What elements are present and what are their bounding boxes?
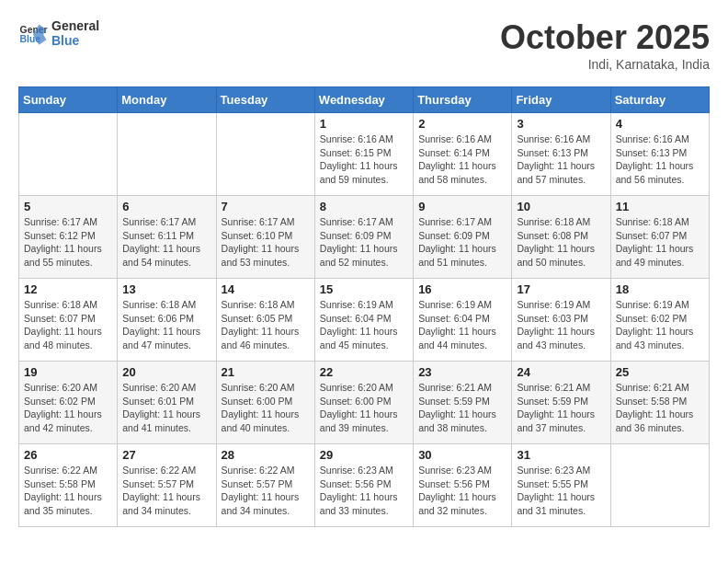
weekday-header-wednesday: Wednesday — [314, 87, 413, 113]
day-number: 4 — [616, 117, 704, 131]
day-cell: 18Sunrise: 6:19 AMSunset: 6:02 PMDayligh… — [610, 279, 709, 362]
day-info: Sunrise: 6:20 AMSunset: 6:02 PMDaylight:… — [24, 381, 112, 435]
day-cell: 30Sunrise: 6:23 AMSunset: 5:56 PMDayligh… — [414, 444, 512, 527]
weekday-header-saturday: Saturday — [610, 87, 709, 113]
calendar-table: SundayMondayTuesdayWednesdayThursdayFrid… — [18, 86, 710, 527]
day-number: 24 — [517, 365, 605, 379]
day-number: 10 — [517, 200, 605, 213]
day-number: 1 — [320, 117, 408, 131]
weekday-header-friday: Friday — [512, 87, 610, 113]
day-info: Sunrise: 6:19 AMSunset: 6:02 PMDaylight:… — [616, 298, 704, 352]
logo-general-text: General — [51, 18, 99, 33]
day-number: 14 — [222, 282, 310, 296]
day-info: Sunrise: 6:16 AMSunset: 6:13 PMDaylight:… — [517, 132, 605, 187]
day-info: Sunrise: 6:21 AMSunset: 5:59 PMDaylight:… — [517, 381, 605, 435]
day-info: Sunrise: 6:16 AMSunset: 6:13 PMDaylight:… — [616, 132, 704, 187]
day-info: Sunrise: 6:20 AMSunset: 6:00 PMDaylight:… — [320, 381, 408, 435]
day-cell: 26Sunrise: 6:22 AMSunset: 5:58 PMDayligh… — [19, 444, 118, 527]
day-number: 5 — [24, 200, 112, 213]
day-cell: 17Sunrise: 6:19 AMSunset: 6:03 PMDayligh… — [512, 279, 610, 362]
day-cell: 31Sunrise: 6:23 AMSunset: 5:55 PMDayligh… — [512, 444, 610, 527]
day-cell: 24Sunrise: 6:21 AMSunset: 5:59 PMDayligh… — [512, 362, 610, 444]
day-info: Sunrise: 6:18 AMSunset: 6:07 PMDaylight:… — [616, 215, 704, 270]
day-info: Sunrise: 6:17 AMSunset: 6:11 PMDaylight:… — [122, 215, 210, 270]
day-number: 12 — [24, 282, 112, 296]
day-number: 15 — [320, 282, 408, 296]
day-number: 16 — [418, 282, 506, 296]
day-info: Sunrise: 6:19 AMSunset: 6:04 PMDaylight:… — [320, 298, 408, 352]
page-header: General Blue General Blue October 2025 I… — [18, 18, 710, 72]
day-info: Sunrise: 6:22 AMSunset: 5:57 PMDaylight:… — [122, 464, 210, 518]
day-info: Sunrise: 6:23 AMSunset: 5:56 PMDaylight:… — [320, 464, 408, 518]
day-number: 29 — [320, 448, 408, 462]
day-cell: 21Sunrise: 6:20 AMSunset: 6:00 PMDayligh… — [216, 362, 314, 444]
day-info: Sunrise: 6:18 AMSunset: 6:06 PMDaylight:… — [122, 298, 210, 352]
day-info: Sunrise: 6:22 AMSunset: 5:57 PMDaylight:… — [222, 464, 310, 518]
week-row-5: 26Sunrise: 6:22 AMSunset: 5:58 PMDayligh… — [19, 444, 710, 527]
day-info: Sunrise: 6:21 AMSunset: 5:58 PMDaylight:… — [616, 381, 704, 435]
day-cell: 25Sunrise: 6:21 AMSunset: 5:58 PMDayligh… — [610, 362, 709, 444]
day-cell: 9Sunrise: 6:17 AMSunset: 6:09 PMDaylight… — [414, 196, 512, 279]
day-number: 26 — [24, 448, 112, 462]
day-number: 27 — [122, 448, 210, 462]
day-info: Sunrise: 6:21 AMSunset: 5:59 PMDaylight:… — [418, 381, 506, 435]
day-cell: 4Sunrise: 6:16 AMSunset: 6:13 PMDaylight… — [610, 113, 709, 196]
day-info: Sunrise: 6:17 AMSunset: 6:10 PMDaylight:… — [222, 215, 310, 270]
logo: General Blue General Blue — [18, 18, 99, 48]
day-info: Sunrise: 6:23 AMSunset: 5:55 PMDaylight:… — [517, 464, 605, 518]
day-number: 11 — [616, 200, 704, 213]
day-info: Sunrise: 6:19 AMSunset: 6:03 PMDaylight:… — [517, 298, 605, 352]
day-cell: 13Sunrise: 6:18 AMSunset: 6:06 PMDayligh… — [118, 279, 216, 362]
day-info: Sunrise: 6:23 AMSunset: 5:56 PMDaylight:… — [418, 464, 506, 518]
day-number: 31 — [517, 448, 605, 462]
day-cell: 12Sunrise: 6:18 AMSunset: 6:07 PMDayligh… — [19, 279, 118, 362]
day-info: Sunrise: 6:17 AMSunset: 6:12 PMDaylight:… — [24, 215, 112, 270]
day-number: 20 — [122, 365, 210, 379]
day-cell — [118, 113, 216, 196]
day-number: 6 — [122, 200, 210, 213]
weekday-header-sunday: Sunday — [19, 87, 118, 113]
day-cell: 5Sunrise: 6:17 AMSunset: 6:12 PMDaylight… — [19, 196, 118, 279]
day-number: 18 — [616, 282, 704, 296]
day-number: 7 — [222, 200, 310, 213]
day-info: Sunrise: 6:17 AMSunset: 6:09 PMDaylight:… — [418, 215, 506, 270]
day-info: Sunrise: 6:17 AMSunset: 6:09 PMDaylight:… — [320, 215, 408, 270]
day-cell: 19Sunrise: 6:20 AMSunset: 6:02 PMDayligh… — [19, 362, 118, 444]
week-row-4: 19Sunrise: 6:20 AMSunset: 6:02 PMDayligh… — [19, 362, 710, 444]
day-info: Sunrise: 6:19 AMSunset: 6:04 PMDaylight:… — [418, 298, 506, 352]
day-info: Sunrise: 6:18 AMSunset: 6:05 PMDaylight:… — [222, 298, 310, 352]
title-block: October 2025 Indi, Karnataka, India — [500, 18, 710, 72]
day-info: Sunrise: 6:18 AMSunset: 6:07 PMDaylight:… — [24, 298, 112, 352]
day-number: 9 — [418, 200, 506, 213]
day-cell — [19, 113, 118, 196]
day-cell: 7Sunrise: 6:17 AMSunset: 6:10 PMDaylight… — [216, 196, 314, 279]
day-cell: 16Sunrise: 6:19 AMSunset: 6:04 PMDayligh… — [414, 279, 512, 362]
day-cell: 27Sunrise: 6:22 AMSunset: 5:57 PMDayligh… — [118, 444, 216, 527]
weekday-header-monday: Monday — [118, 87, 216, 113]
location-subtitle: Indi, Karnataka, India — [500, 57, 710, 72]
day-number: 23 — [418, 365, 506, 379]
day-info: Sunrise: 6:20 AMSunset: 6:01 PMDaylight:… — [122, 381, 210, 435]
day-cell: 1Sunrise: 6:16 AMSunset: 6:15 PMDaylight… — [314, 113, 413, 196]
day-info: Sunrise: 6:16 AMSunset: 6:15 PMDaylight:… — [320, 132, 408, 187]
weekday-header-row: SundayMondayTuesdayWednesdayThursdayFrid… — [19, 87, 710, 113]
day-cell — [216, 113, 314, 196]
day-number: 30 — [418, 448, 506, 462]
day-cell: 22Sunrise: 6:20 AMSunset: 6:00 PMDayligh… — [314, 362, 413, 444]
day-info: Sunrise: 6:16 AMSunset: 6:14 PMDaylight:… — [418, 132, 506, 187]
weekday-header-tuesday: Tuesday — [216, 87, 314, 113]
day-number: 8 — [320, 200, 408, 213]
day-number: 13 — [122, 282, 210, 296]
day-cell — [610, 444, 709, 527]
day-number: 21 — [222, 365, 310, 379]
day-cell: 2Sunrise: 6:16 AMSunset: 6:14 PMDaylight… — [414, 113, 512, 196]
day-number: 2 — [418, 117, 506, 131]
day-cell: 15Sunrise: 6:19 AMSunset: 6:04 PMDayligh… — [314, 279, 413, 362]
day-number: 28 — [222, 448, 310, 462]
day-cell: 3Sunrise: 6:16 AMSunset: 6:13 PMDaylight… — [512, 113, 610, 196]
logo-icon: General Blue — [18, 18, 48, 48]
day-info: Sunrise: 6:20 AMSunset: 6:00 PMDaylight:… — [222, 381, 310, 435]
day-number: 22 — [320, 365, 408, 379]
day-number: 3 — [517, 117, 605, 131]
day-number: 19 — [24, 365, 112, 379]
